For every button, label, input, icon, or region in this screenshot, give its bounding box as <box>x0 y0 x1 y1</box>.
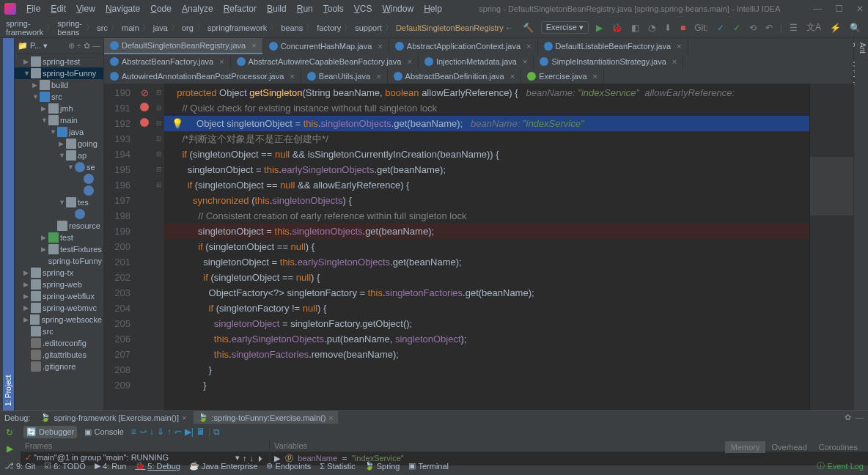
tree-item[interactable]: ▼java <box>15 126 103 138</box>
profiler-icon[interactable]: ◔ <box>647 21 657 34</box>
close-tab-icon[interactable]: × <box>672 57 677 66</box>
code-line[interactable]: if (singletonFactory != null) { <box>172 301 809 316</box>
code-area[interactable]: protected Object getSingleton(String bea… <box>164 84 809 410</box>
trace-icon[interactable]: ⧉ <box>213 427 220 437</box>
attach-icon[interactable]: ⬇ <box>663 21 673 34</box>
breadcrumb-item[interactable]: main <box>122 23 139 32</box>
translate-icon[interactable]: 文A <box>805 20 823 35</box>
tool-event-log[interactable]: ⓘ Event Log <box>817 460 864 471</box>
menu-window[interactable]: Window <box>378 2 418 15</box>
stop-icon[interactable]: ■ <box>679 21 687 34</box>
debug-session-tab[interactable]: 🍃spring-framework [Exercise.main()]× <box>36 411 191 424</box>
code-line[interactable]: // Quick check for existing instance wit… <box>172 100 809 116</box>
editor-tab[interactable]: SimpleInstantiationStrategy.java× <box>534 54 683 69</box>
tree-item[interactable]: resource <box>15 220 103 232</box>
code-line[interactable]: protected Object getSingleton(String bea… <box>172 85 809 100</box>
tool-git[interactable]: ⎇ 9: Git <box>4 461 35 471</box>
menu-analyze[interactable]: Analyze <box>177 2 218 15</box>
code-line[interactable]: singletonObject = this.earlySingletonObj… <box>172 162 809 177</box>
close-tab-icon[interactable]: × <box>593 72 597 81</box>
tree-item[interactable]: .editorconfig <box>15 337 103 349</box>
vcs-commit-icon[interactable]: ✓ <box>732 21 742 34</box>
console-tab[interactable]: ▣ Console <box>81 426 126 438</box>
minimize-icon[interactable]: — <box>813 4 822 14</box>
tree-item[interactable]: src <box>15 325 103 337</box>
vcs-history-icon[interactable]: ⟲ <box>748 21 758 34</box>
breadcrumb-item[interactable]: factory <box>317 23 341 32</box>
editor-tab[interactable]: ConcurrentHashMap.java× <box>263 38 389 54</box>
menu-edit[interactable]: Edit <box>46 2 70 15</box>
code-line[interactable]: this.singletonFactories.remove(beanName)… <box>172 347 809 362</box>
code-line[interactable]: singletonObject = this.singletonObjects.… <box>164 224 809 239</box>
code-line[interactable]: /*判断这个对象是不是正在创建中*/ <box>172 131 809 147</box>
step-out-icon[interactable]: ↑ <box>167 427 172 437</box>
force-step-into-icon[interactable]: ⇓ <box>157 427 164 437</box>
close-icon[interactable]: ✕ <box>856 4 864 14</box>
project-selector[interactable]: 📁 P... ▾ <box>18 41 48 51</box>
tree-item[interactable]: ▼src <box>15 91 103 103</box>
menu-code[interactable]: Code <box>146 2 176 15</box>
editor-tab[interactable]: DefaultSingletonBeanRegistry.java× <box>104 38 263 54</box>
code-line[interactable]: // Consistent creation of early referenc… <box>172 208 809 224</box>
breakpoint-icon[interactable] <box>140 103 149 111</box>
close-tab-icon[interactable]: × <box>376 72 380 81</box>
code-line[interactable]: } <box>172 378 809 393</box>
breadcrumb-item[interactable]: support <box>355 23 382 32</box>
menu-view[interactable]: View <box>72 2 100 15</box>
debug-icon[interactable]: 🐞 <box>610 21 624 34</box>
breadcrumb-item[interactable]: src <box>97 23 108 32</box>
menu-tools[interactable]: Tools <box>319 2 348 15</box>
editor-tab[interactable]: AbstractBeanFactory.java× <box>104 54 231 69</box>
resume-icon[interactable]: ▶ <box>1 441 18 456</box>
tree-item[interactable]: ▶going <box>15 138 103 150</box>
code-line[interactable]: 💡 Object singletonObject = this.singleto… <box>164 116 809 131</box>
settings-icon[interactable]: ⚡ <box>828 21 842 34</box>
tree-item[interactable]: ▶spring-test <box>15 56 103 67</box>
menu-vcs[interactable]: VCS <box>350 2 377 15</box>
menu-file[interactable]: File <box>22 2 45 15</box>
editor-tab[interactable]: AbstractBeanDefinition.java× <box>388 69 522 84</box>
evaluate-icon[interactable]: 🖩 <box>196 427 205 437</box>
rerun-icon[interactable]: ↻ <box>1 425 18 440</box>
tool-java-ee[interactable]: ☕ Java Enterprise <box>189 461 257 471</box>
close-tab-icon[interactable]: × <box>378 42 382 51</box>
menu-refactor[interactable]: Refactor <box>219 2 261 15</box>
tool-terminal[interactable]: ▣ Terminal <box>408 461 449 471</box>
breadcrumb-item[interactable]: spring-framework <box>6 19 43 37</box>
debug-session-tab[interactable]: 🍃:spring-toFunny:Exercise.main()× <box>194 411 337 424</box>
minimap[interactable] <box>809 84 853 410</box>
breadcrumb-item[interactable]: springframework <box>207 23 267 32</box>
tree-item[interactable]: ▼spring-toFunny <box>15 67 103 79</box>
tree-item[interactable] <box>15 208 103 220</box>
breadcrumb-item[interactable]: java <box>153 23 168 32</box>
tree-item[interactable]: spring-toFunny <box>15 255 103 267</box>
code-line[interactable]: if (singletonObject == null) { <box>172 239 809 254</box>
tool-debug[interactable]: 🐞 5: Debug <box>135 461 180 471</box>
step-over-icon[interactable]: ⤻ <box>139 427 147 437</box>
close-tab-icon[interactable]: × <box>219 57 224 66</box>
tool-endpoints[interactable]: ⊚ Endpoints <box>266 461 311 471</box>
code-line[interactable]: if (singletonObject == null && isSinglet… <box>172 147 809 162</box>
intention-bulb-icon[interactable]: 💡 <box>172 118 183 129</box>
vcs-update-icon[interactable]: ✓ <box>716 21 726 34</box>
breadcrumb-item[interactable]: org <box>182 23 194 32</box>
tree-item[interactable]: ▶spring-web <box>15 279 103 290</box>
close-tab-icon[interactable]: × <box>290 72 294 81</box>
tree-item[interactable]: ▼se <box>15 161 103 173</box>
maximize-icon[interactable]: ☐ <box>835 4 843 14</box>
tree-item[interactable]: ▶spring-webflux <box>15 290 103 302</box>
tree-item[interactable]: ▼main <box>15 114 103 126</box>
tree-item[interactable]: ▶jmh <box>15 103 103 114</box>
code-line[interactable]: this.earlySingletonObjects.put(beanName,… <box>172 331 809 347</box>
tool-statistic[interactable]: Σ Statistic <box>320 462 355 471</box>
tree-item[interactable]: ▶spring-tx <box>15 267 103 279</box>
build-icon[interactable]: 🔨 <box>521 21 535 34</box>
close-tab-icon[interactable]: × <box>526 42 531 51</box>
close-icon[interactable]: × <box>182 413 186 422</box>
editor-tab[interactable]: BeanUtils.java× <box>301 69 388 84</box>
tool-todo[interactable]: ☑ 6: TODO <box>44 461 86 471</box>
tree-item[interactable]: ▶spring-webmvc <box>15 302 103 314</box>
close-tab-icon[interactable]: × <box>677 42 681 51</box>
tree-item[interactable] <box>15 173 103 185</box>
run-to-cursor-icon[interactable]: ▶| <box>185 427 194 437</box>
